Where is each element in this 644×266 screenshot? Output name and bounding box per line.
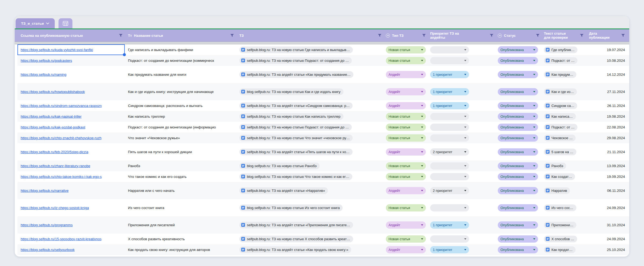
priority-chip[interactable]: [430, 46, 469, 53]
article-link[interactable]: https://blog.selfpub.ru/narrative: [21, 189, 69, 193]
filter-icon[interactable]: [536, 34, 540, 37]
tz-doc-chip[interactable]: blog.selfpub.ru: ТЗ на новую статью Что …: [239, 173, 352, 180]
status-chip[interactable]: Опубликована: [498, 46, 538, 53]
type-chip[interactable]: Новая статья: [386, 204, 426, 211]
article-link[interactable]: https://blog.selfpub.ru/kuda-vylozhit-sv…: [21, 48, 93, 52]
tz-doc-chip[interactable]: selfpub.blog.ru: ТЗ на апдейт статьи «Ка…: [239, 246, 351, 253]
article-link[interactable]: https://blog.selfpub.ru/chto-takoe-komik…: [21, 175, 102, 179]
status-chip[interactable]: Опубликована: [498, 221, 538, 229]
filter-icon[interactable]: [119, 34, 123, 37]
text-doc-chip[interactable]: Где опублик…: [544, 46, 577, 53]
article-link[interactable]: https://blog.selfpub.ru/podcasters: [21, 59, 72, 63]
status-chip[interactable]: Опубликована: [498, 204, 538, 211]
text-doc-chip[interactable]: Как и где из…: [544, 88, 577, 95]
type-chip[interactable]: Апдейт: [386, 246, 426, 253]
status-chip[interactable]: Опубликована: [498, 235, 538, 243]
type-chip[interactable]: Новая статья: [386, 173, 426, 180]
status-chip[interactable]: Опубликована: [498, 57, 538, 64]
article-link[interactable]: https://blog.selfpub.ru/kak-napisat-tril…: [21, 114, 82, 118]
sheet-grid-tab[interactable]: [58, 18, 72, 28]
text-doc-chip[interactable]: Синдром са…: [544, 102, 577, 109]
status-chip[interactable]: Опубликована: [498, 88, 538, 95]
text-doc-chip[interactable]: Нарратив: [544, 187, 570, 194]
article-link[interactable]: https://blog.selfpub.ru/15-sposobov-razv…: [21, 237, 101, 241]
text-doc-chip[interactable]: Подкаст: от …: [544, 57, 577, 64]
article-link[interactable]: https://blog.selfpub.ru/iz-chego-sostoit…: [21, 206, 89, 210]
type-chip[interactable]: Апдейт: [386, 88, 426, 95]
priority-chip[interactable]: [430, 162, 469, 170]
tz-doc-chip[interactable]: selfpub.blog.ru: ТЗ на апдейт статьи «Пр…: [239, 222, 353, 228]
tz-doc-chip[interactable]: selfpub.blog.ru: ТЗ на новую статью Что …: [239, 135, 353, 141]
type-chip[interactable]: Апдейт: [386, 148, 426, 156]
article-link[interactable]: https://blog.selfpub.ru/feb-2020/5step-d…: [21, 150, 88, 154]
type-chip[interactable]: Новая статья: [386, 113, 426, 120]
priority-chip[interactable]: 1 приоритет: [430, 71, 469, 78]
priority-chip[interactable]: [430, 173, 469, 180]
tz-doc-chip[interactable]: selfpub.blog.ru: ТЗ на апдейт статьи «Си…: [239, 102, 353, 109]
text-doc-chip[interactable]: 5 шагов на …: [544, 149, 576, 155]
priority-chip[interactable]: [430, 204, 469, 211]
status-chip[interactable]: Опубликована: [498, 71, 538, 78]
article-link[interactable]: https://blog.selfpub.ru/naming: [21, 73, 67, 77]
tz-doc-chip[interactable]: selfpub.blog.ru: ТЗ на апдейт статьи «Пя…: [239, 149, 353, 155]
filter-icon[interactable]: [230, 34, 234, 37]
priority-chip[interactable]: 1 приоритет: [430, 221, 469, 229]
tz-doc-chip[interactable]: selfpub.blog.ru: ТЗ на новую статью Подк…: [239, 57, 352, 64]
tz-doc-chip[interactable]: blog.selfpub.ru: ТЗ на новую статью Как …: [239, 88, 343, 95]
status-chip[interactable]: Опубликована: [498, 134, 538, 142]
status-chip[interactable]: Опубликована: [498, 187, 538, 194]
filter-icon[interactable]: [621, 34, 625, 37]
tz-doc-chip[interactable]: blog.selfpub.ru: ТЗ на новую статью Рано…: [239, 163, 320, 169]
frozen-row-scrollbar[interactable]: [15, 42, 629, 44]
type-chip[interactable]: Новая статья: [386, 134, 426, 142]
text-doc-chip[interactable]: Как создат…: [544, 173, 575, 180]
type-chip[interactable]: Апдейт: [386, 221, 426, 229]
type-chip[interactable]: Апдейт: [386, 102, 426, 109]
type-chip[interactable]: Апдейт: [386, 187, 426, 194]
tz-doc-chip[interactable]: selfpub.blog.ru: ТЗ на апдейт статьи «Ка…: [239, 71, 353, 78]
tz-doc-chip[interactable]: selfpub.blog.ru: ТЗ на новую статью Подк…: [239, 124, 352, 131]
priority-chip[interactable]: 1 приоритет: [430, 246, 469, 253]
text-doc-chip[interactable]: Подкаст: от …: [544, 124, 577, 131]
text-doc-chip[interactable]: Ранобэ: [544, 163, 566, 169]
text-doc-chip[interactable]: Как придум…: [544, 71, 576, 78]
filter-icon[interactable]: [580, 34, 584, 37]
filter-icon[interactable]: [490, 34, 493, 37]
filter-icon[interactable]: [378, 34, 382, 37]
text-doc-chip[interactable]: Чеховское …: [544, 135, 576, 141]
article-link[interactable]: https://blog.selfpub.ru/zhanr-literatury…: [21, 164, 90, 168]
type-chip[interactable]: Новая статья: [386, 235, 426, 243]
tz-doc-chip[interactable]: selfpub.blog.ru: ТЗ на новую статью X сп…: [239, 236, 353, 242]
status-chip[interactable]: Опубликована: [498, 102, 538, 109]
priority-chip[interactable]: [430, 124, 469, 131]
type-chip[interactable]: Апдейт: [386, 71, 426, 78]
type-chip[interactable]: Новая статья: [386, 124, 426, 131]
status-chip[interactable]: Опубликована: [498, 173, 538, 180]
tz-doc-chip[interactable]: selfpub.blog.ru: ТЗ на новую статью Как …: [239, 113, 343, 120]
priority-chip[interactable]: 2 приоритет: [430, 148, 469, 156]
sheet-tab-active[interactable]: ТЗ_и_статьи: [16, 18, 55, 28]
tz-doc-chip[interactable]: selfpub.blog.ru: ТЗ на апдейт статьи «На…: [239, 187, 328, 194]
filter-icon[interactable]: [422, 34, 426, 37]
priority-chip[interactable]: 2 приоритет: [430, 187, 469, 194]
text-doc-chip[interactable]: Приложени…: [544, 222, 576, 228]
status-chip[interactable]: Опубликована: [498, 113, 538, 120]
status-chip[interactable]: Опубликована: [498, 124, 538, 131]
tz-doc-chip[interactable]: blog.selfpub.ru: ТЗ на новую статью Из ч…: [239, 204, 343, 211]
article-link[interactable]: https://blog.selfpub.ru/chto-znachit-che…: [21, 136, 101, 140]
priority-chip[interactable]: [430, 235, 469, 243]
type-chip[interactable]: Новая статья: [386, 57, 426, 64]
status-chip[interactable]: Опубликована: [498, 148, 538, 156]
article-link[interactable]: https://blog.selfpub.ru/howtopublishaboo…: [21, 90, 85, 94]
priority-chip[interactable]: [430, 113, 469, 120]
text-doc-chip[interactable]: X способов …: [544, 236, 577, 242]
priority-chip[interactable]: 1 приоритет: [430, 102, 469, 109]
article-link[interactable]: https://blog.selfpub.ru/programms: [21, 223, 73, 227]
type-chip[interactable]: Новая статья: [386, 46, 426, 53]
status-chip[interactable]: Опубликована: [498, 162, 538, 170]
priority-chip[interactable]: [430, 134, 469, 142]
text-doc-chip[interactable]: Как написа…: [544, 113, 576, 120]
article-link[interactable]: https://blog.selfpub.ru/kak-sozdat-podka…: [21, 125, 85, 129]
priority-chip[interactable]: [430, 57, 469, 64]
type-chip[interactable]: Новая статья: [386, 162, 426, 170]
